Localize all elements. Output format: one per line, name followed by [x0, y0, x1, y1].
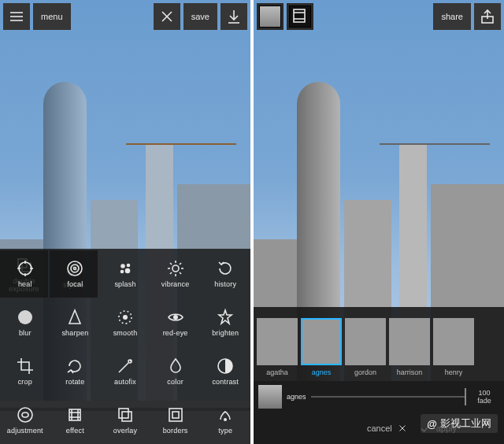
- svg-point-35: [173, 315, 178, 320]
- svg-point-16: [71, 265, 79, 272]
- watermark: @ 影视工业网: [421, 414, 498, 433]
- tool-splash[interactable]: splash: [100, 249, 150, 298]
- svg-point-34: [123, 315, 128, 320]
- tool-crop[interactable]: crop: [0, 346, 50, 395]
- tool-vibrance[interactable]: vibrance: [150, 249, 201, 298]
- watermark-text: 影视工业网: [440, 416, 491, 431]
- download-icon[interactable]: [220, 3, 247, 30]
- filter-agnes[interactable]: agnes: [301, 318, 342, 376]
- fade-slider-name: agnes: [287, 393, 306, 401]
- filter-swatch: [389, 318, 430, 365]
- tool-contrast[interactable]: contrast: [200, 346, 250, 395]
- fade-bar: agnes 100 fade: [254, 381, 504, 413]
- svg-point-31: [18, 310, 32, 324]
- tool-grid: heal focal splash vibrance history blur …: [0, 249, 250, 444]
- svg-point-19: [127, 264, 129, 266]
- fade-readout: 100 fade: [465, 389, 504, 405]
- svg-point-15: [68, 261, 82, 276]
- fade-thumb: [258, 385, 282, 409]
- filter-gordon[interactable]: gordon: [345, 318, 386, 376]
- svg-point-10: [19, 262, 32, 275]
- tool-autofix[interactable]: autofix: [100, 346, 150, 395]
- svg-marker-36: [219, 310, 232, 324]
- tool-type[interactable]: type: [200, 395, 250, 444]
- svg-rect-48: [122, 412, 132, 421]
- fade-slider[interactable]: [311, 396, 465, 398]
- watermark-at: @: [427, 418, 437, 430]
- filter-swatch: [301, 318, 342, 365]
- svg-line-30: [180, 263, 181, 265]
- svg-line-29: [170, 272, 172, 274]
- right-topbar: share: [254, 0, 504, 33]
- tool-sharpen[interactable]: sharpen: [50, 298, 101, 346]
- filter-swatch: [345, 318, 386, 365]
- svg-point-41: [18, 408, 32, 422]
- tool-focal[interactable]: focal: [50, 249, 101, 298]
- svg-line-37: [119, 363, 128, 372]
- filmstrip-icon[interactable]: [287, 3, 313, 30]
- svg-marker-32: [69, 310, 80, 324]
- tool-brighten[interactable]: brighten: [200, 298, 250, 346]
- tool-color[interactable]: color: [150, 346, 201, 395]
- original-thumb[interactable]: [257, 3, 284, 30]
- svg-point-22: [172, 265, 179, 272]
- editor-pane-tools: menu save double exposure stylize heal f…: [0, 0, 250, 444]
- filter-strip: agatha agnes gordon harrison henry: [254, 307, 504, 381]
- left-topbar: menu save: [0, 0, 250, 33]
- close-icon[interactable]: [154, 3, 180, 30]
- filter-henry[interactable]: henry: [433, 318, 474, 376]
- svg-point-18: [121, 265, 124, 268]
- svg-rect-49: [169, 409, 182, 421]
- svg-rect-47: [119, 409, 128, 418]
- fade-label: fade: [477, 397, 491, 405]
- svg-point-17: [74, 267, 76, 269]
- tool-effect[interactable]: effect: [50, 395, 101, 444]
- tool-overlay[interactable]: overlay: [100, 395, 150, 444]
- save-button[interactable]: save: [183, 3, 217, 30]
- svg-rect-52: [294, 9, 305, 22]
- svg-point-20: [120, 270, 123, 272]
- svg-point-51: [224, 418, 227, 421]
- fade-value: 100: [478, 389, 490, 397]
- tool-history[interactable]: history: [200, 249, 250, 298]
- filter-harrison[interactable]: harrison: [389, 318, 430, 376]
- tool-blur[interactable]: blur: [0, 298, 50, 346]
- menu-button[interactable]: menu: [33, 3, 71, 30]
- svg-line-27: [170, 263, 172, 265]
- editor-pane-filters: share agatha agnes gordon harrison henry…: [254, 0, 504, 444]
- cancel-button[interactable]: cancel: [367, 423, 408, 434]
- filter-swatch: [257, 318, 298, 365]
- svg-rect-42: [69, 409, 80, 420]
- tool-smooth[interactable]: smooth: [100, 298, 150, 346]
- tool-rotate[interactable]: rotate: [50, 346, 101, 395]
- tool-heal[interactable]: heal: [0, 249, 50, 298]
- export-icon[interactable]: [474, 3, 501, 30]
- tool-adjustment[interactable]: adjustment: [0, 395, 50, 444]
- tool-red-eye[interactable]: red-eye: [150, 298, 201, 346]
- filter-swatch: [433, 318, 474, 365]
- svg-rect-50: [172, 412, 179, 418]
- svg-point-21: [125, 268, 129, 272]
- share-button[interactable]: share: [433, 3, 471, 30]
- svg-line-28: [180, 272, 181, 274]
- filter-agatha[interactable]: agatha: [257, 318, 298, 376]
- tool-borders[interactable]: borders: [150, 395, 201, 444]
- hamburger-icon[interactable]: [3, 3, 30, 30]
